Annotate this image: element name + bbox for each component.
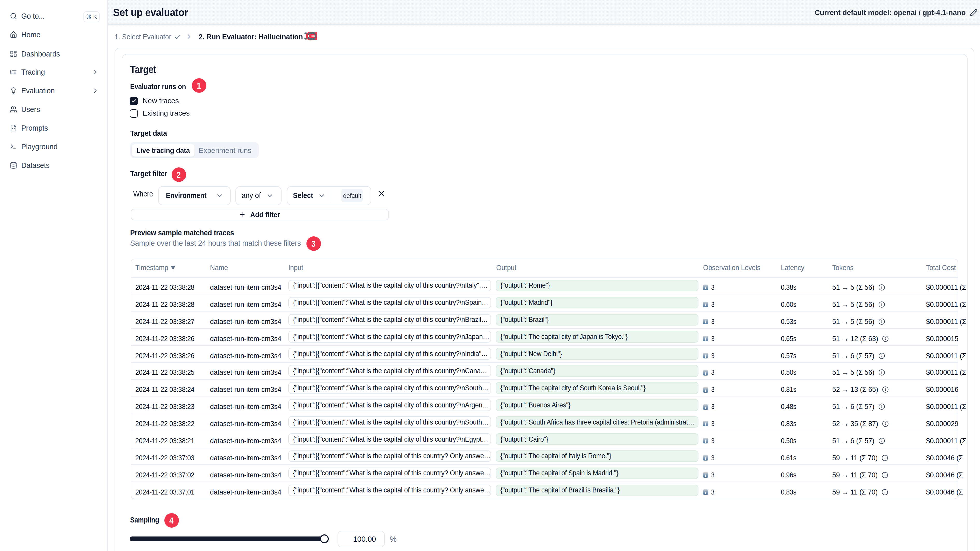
- svg-text:i: i: [705, 489, 706, 495]
- svg-text:i: i: [705, 404, 706, 410]
- svg-text:i: i: [705, 472, 706, 478]
- svg-text:i: i: [705, 387, 706, 393]
- svg-text:i: i: [705, 421, 706, 427]
- svg-text:i: i: [705, 438, 706, 444]
- svg-text:i: i: [705, 370, 706, 376]
- svg-text:i: i: [705, 456, 706, 461]
- svg-text:i: i: [705, 319, 706, 324]
- svg-text:i: i: [705, 285, 706, 290]
- svg-text:i: i: [705, 353, 706, 359]
- svg-text:i: i: [705, 302, 706, 307]
- svg-text:i: i: [705, 336, 706, 341]
